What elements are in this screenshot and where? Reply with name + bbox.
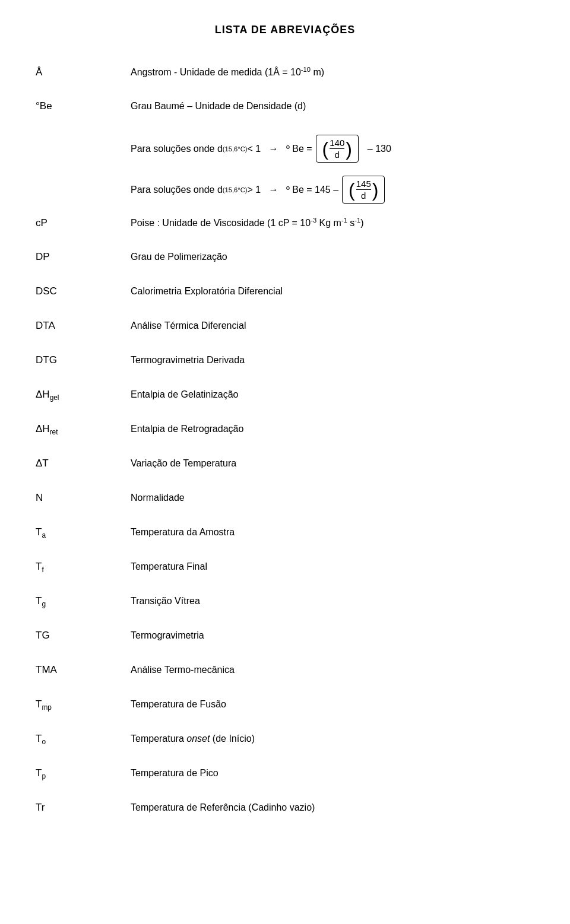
abbrev-term: TG	[36, 630, 131, 642]
list-item: DP Grau de Polimerização	[36, 251, 534, 272]
formula-row-1: Para soluções onde d (15,6°C) < 1 → º Be…	[36, 135, 534, 163]
abbrev-def: Temperatura Final	[131, 561, 534, 572]
abbrev-def: Temperatura de Pico	[131, 768, 534, 779]
abbrev-def: Poise : Unidade de Viscosidade (1 cP = 1…	[131, 217, 534, 228]
abbrev-term: cP	[36, 217, 131, 229]
abbrev-term: DTG	[36, 354, 131, 366]
formula-row-2: Para soluções onde d (15,6°C) > 1 → º Be…	[36, 176, 534, 204]
list-item: ΔHgel Entalpia de Gelatinização	[36, 389, 534, 410]
list-item: Tp Temperatura de Pico	[36, 767, 534, 789]
abbrev-term: Å	[36, 66, 131, 78]
abbrev-term: Tmp	[36, 698, 131, 712]
abbrev-term: ΔHret	[36, 423, 131, 436]
abbrev-def: Normalidade	[131, 493, 534, 503]
abbrev-term: DSC	[36, 285, 131, 297]
list-item: Tg Transição Vítrea	[36, 595, 534, 617]
abbrev-def: Termogravimetria	[131, 630, 534, 641]
abbrev-term: DP	[36, 251, 131, 263]
abbrev-def: Temperatura de Fusão	[131, 699, 534, 710]
list-item: Ta Temperatura da Amostra	[36, 526, 534, 548]
abbrev-def: Temperatura de Referência (Cadinho vazio…	[131, 802, 534, 813]
abbrev-def: Análise Termo-mecânica	[131, 665, 534, 675]
fraction-145-d: ( 145 d )	[342, 176, 385, 204]
abbrev-term: Tp	[36, 767, 131, 780]
list-item: Tmp Temperatura de Fusão	[36, 698, 534, 720]
abbrev-term: DTA	[36, 320, 131, 332]
list-item: ΔT Variação de Temperatura	[36, 458, 534, 479]
list-item: cP Poise : Unidade de Viscosidade (1 cP …	[36, 217, 534, 238]
page-title: LISTA DE ABREVIAÇÕES	[36, 24, 534, 36]
abbrev-term: Tf	[36, 561, 131, 574]
abbrev-def: Termogravimetria Derivada	[131, 355, 534, 366]
abbrev-term: N	[36, 492, 131, 504]
list-item: ΔHret Entalpia de Retrogradação	[36, 423, 534, 444]
abbrev-def: Variação de Temperatura	[131, 458, 534, 469]
fraction-140-d: ( 140 d )	[316, 135, 359, 163]
list-item: Å Angstrom - Unidade de medida (1Å = 10-…	[36, 66, 534, 87]
abbreviations-list: Å Angstrom - Unidade de medida (1Å = 10-…	[36, 66, 534, 823]
list-item: DTG Termogravimetria Derivada	[36, 354, 534, 376]
abbrev-def: Temperatura onset (de Início)	[131, 734, 534, 744]
list-item: °Be Grau Baumé – Unidade de Densidade (d…	[36, 100, 534, 122]
abbrev-term: TMA	[36, 664, 131, 676]
abbrev-def: Análise Térmica Diferencial	[131, 320, 534, 331]
abbrev-term: Ta	[36, 526, 131, 539]
abbrev-term: °Be	[36, 100, 131, 112]
abbrev-term: ΔT	[36, 458, 131, 469]
abbrev-def: Calorimetria Exploratória Diferencial	[131, 286, 534, 297]
abbrev-term: Tr	[36, 802, 131, 814]
list-item: Tf Temperatura Final	[36, 561, 534, 582]
abbrev-def: Temperatura da Amostra	[131, 527, 534, 538]
list-item: TMA Análise Termo-mecânica	[36, 664, 534, 685]
list-item: DTA Análise Térmica Diferencial	[36, 320, 534, 341]
abbrev-term: ΔHgel	[36, 389, 131, 402]
abbrev-def: Grau de Polimerização	[131, 252, 534, 262]
abbrev-def: Grau Baumé – Unidade de Densidade (d)	[131, 101, 534, 112]
abbrev-def: Entalpia de Gelatinização	[131, 389, 534, 400]
list-item: TG Termogravimetria	[36, 630, 534, 651]
abbrev-def: Transição Vítrea	[131, 596, 534, 607]
list-item: DSC Calorimetria Exploratória Diferencia…	[36, 285, 534, 307]
list-item: To Temperatura onset (de Início)	[36, 733, 534, 754]
abbrev-def: Entalpia de Retrogradação	[131, 424, 534, 434]
list-item: N Normalidade	[36, 492, 534, 513]
abbrev-term: To	[36, 733, 131, 746]
list-item: Tr Temperatura de Referência (Cadinho va…	[36, 802, 534, 823]
abbrev-term: Tg	[36, 595, 131, 608]
abbrev-def: Angstrom - Unidade de medida (1Å = 10-10…	[131, 66, 534, 78]
